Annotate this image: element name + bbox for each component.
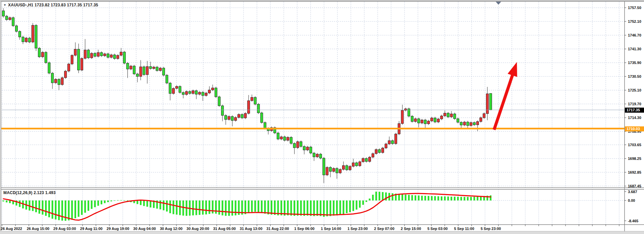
chart-shift-marker-icon[interactable] bbox=[496, 2, 501, 5]
bear-candle-body bbox=[221, 106, 224, 115]
price-axis-label: 1714.30 bbox=[628, 116, 641, 120]
candle bbox=[336, 167, 338, 179]
candle bbox=[290, 136, 292, 144]
candle bbox=[68, 63, 70, 72]
macd-histogram-bar bbox=[267, 200, 269, 215]
macd-histogram-bar bbox=[304, 200, 305, 216]
bull-candle-body bbox=[244, 113, 247, 118]
candle bbox=[319, 153, 322, 159]
bear-candle-body bbox=[303, 147, 306, 150]
window-bottom-strip bbox=[0, 232, 644, 234]
candle bbox=[251, 95, 253, 102]
bull-candle-body bbox=[55, 79, 57, 83]
macd-histogram-bar bbox=[454, 197, 455, 200]
trend-arrow-annotation[interactable] bbox=[494, 62, 517, 130]
candle bbox=[257, 103, 260, 114]
candle bbox=[326, 166, 328, 176]
candle bbox=[339, 168, 341, 174]
bear-candle-body bbox=[290, 137, 292, 143]
candles-layer bbox=[2, 8, 492, 183]
chart-canvas[interactable]: 1757.501752.101746.701741.301735.901730.… bbox=[0, 0, 644, 234]
candle bbox=[424, 119, 426, 129]
macd-histogram-bar bbox=[415, 195, 416, 200]
bear-candle-body bbox=[329, 167, 332, 171]
candle bbox=[362, 157, 364, 163]
macd-histogram-bar bbox=[97, 200, 99, 206]
bull-candle-body bbox=[437, 119, 439, 122]
candle bbox=[42, 51, 44, 58]
macd-histogram-bar bbox=[366, 200, 367, 202]
macd-histogram-bar bbox=[107, 200, 109, 202]
macd-histogram-bar bbox=[467, 197, 469, 200]
candle bbox=[310, 146, 312, 154]
bull-candle-body bbox=[153, 67, 155, 69]
candle bbox=[91, 52, 93, 59]
macd-histogram-bar bbox=[163, 200, 164, 210]
candle bbox=[359, 161, 361, 167]
bull-candle-body bbox=[9, 18, 11, 20]
bull-candle-body bbox=[440, 116, 443, 119]
candle bbox=[97, 50, 99, 57]
bull-candle-body bbox=[388, 140, 390, 144]
price-axis-label: 1687.45 bbox=[628, 184, 641, 188]
macd-histogram-bar bbox=[490, 195, 491, 200]
macd-histogram-bar bbox=[336, 200, 338, 215]
macd-histogram-bar bbox=[137, 200, 138, 204]
bear-candle-body bbox=[35, 25, 37, 48]
candle bbox=[107, 53, 109, 58]
candle bbox=[120, 48, 122, 56]
macd-signal-line bbox=[3, 193, 491, 220]
bull-candle-body bbox=[84, 50, 86, 58]
symbol-dropdown-icon[interactable]: ▼ bbox=[3, 3, 6, 7]
macd-histogram-bar bbox=[245, 200, 246, 214]
macd-histogram-bar bbox=[117, 200, 119, 200]
bear-candle-body bbox=[434, 118, 436, 122]
bull-candle-body bbox=[130, 66, 132, 69]
price-axis-label: 1741.30 bbox=[628, 47, 641, 51]
macd-histogram-bar bbox=[421, 196, 423, 200]
macd-histogram-bar bbox=[39, 200, 40, 214]
candle bbox=[440, 115, 443, 120]
macd-histogram-bar bbox=[441, 196, 442, 200]
candle bbox=[169, 82, 171, 100]
macd-histogram-bar bbox=[110, 200, 112, 201]
macd-histogram-bar bbox=[424, 196, 426, 200]
candle bbox=[306, 146, 309, 151]
bull-candle-body bbox=[382, 148, 384, 153]
macd-histogram-bar bbox=[447, 196, 449, 200]
macd-histogram-bar bbox=[310, 200, 312, 216]
bull-candle-body bbox=[172, 89, 175, 94]
bull-candle-body bbox=[401, 110, 404, 123]
macd-histogram-bar bbox=[398, 194, 400, 200]
bull-candle-body bbox=[68, 64, 70, 71]
macd-histogram-bar bbox=[150, 200, 151, 208]
candle bbox=[447, 112, 449, 118]
time-axis-label: 26 Aug 2022 bbox=[1, 227, 22, 231]
macd-histogram-bar bbox=[434, 196, 436, 200]
candle bbox=[189, 90, 191, 95]
candle bbox=[457, 118, 459, 123]
macd-histogram-bar bbox=[88, 200, 89, 211]
candle bbox=[22, 36, 24, 44]
candle bbox=[473, 121, 476, 126]
candle bbox=[208, 86, 211, 94]
macd-histogram-bar bbox=[68, 200, 70, 220]
macd-histogram-bar bbox=[147, 200, 148, 207]
bear-candle-body bbox=[94, 53, 96, 56]
bear-candle-body bbox=[418, 119, 420, 123]
candle bbox=[179, 85, 181, 94]
candle bbox=[405, 108, 407, 111]
bull-candle-body bbox=[349, 166, 351, 170]
candle bbox=[84, 39, 86, 59]
macd-histogram-bar bbox=[317, 200, 318, 216]
bear-candle-body bbox=[182, 93, 184, 95]
bear-candle-body bbox=[254, 97, 256, 104]
bear-candle-body bbox=[143, 67, 145, 75]
time-axis-label: 30 Aug 12:00 bbox=[160, 227, 182, 231]
candle bbox=[51, 72, 54, 89]
macd-histogram-bar bbox=[346, 200, 347, 213]
macd-histogram-bar bbox=[369, 198, 371, 200]
bull-candle-body bbox=[110, 55, 112, 57]
time-axis-label: 31 Aug 05:00 bbox=[213, 227, 235, 231]
macd-histogram-bar bbox=[461, 197, 462, 200]
